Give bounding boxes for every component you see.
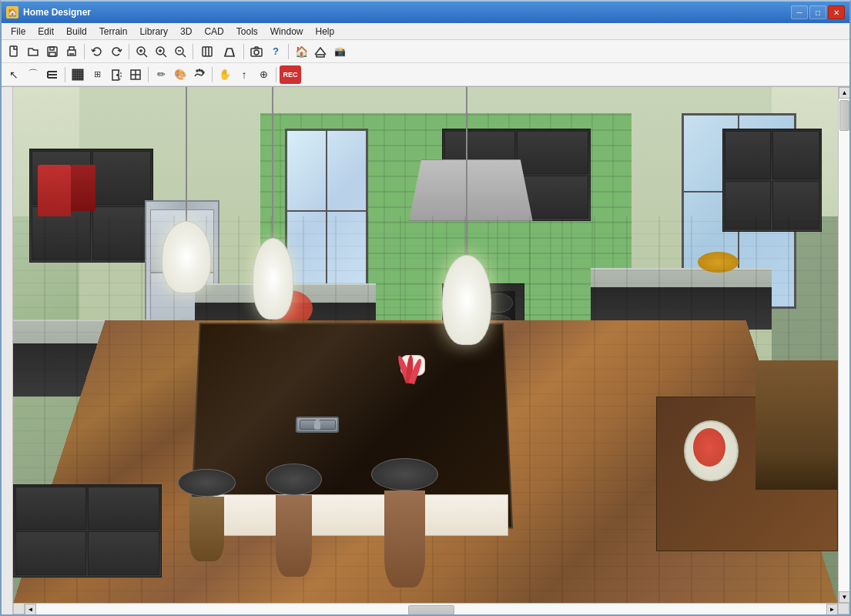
toolbar-sep-4 bbox=[243, 44, 244, 59]
record-button[interactable]: REC bbox=[280, 65, 301, 84]
svg-rect-16 bbox=[203, 47, 212, 56]
toolbar-row-1: ? 🏠 📸 bbox=[2, 40, 849, 63]
print-button[interactable] bbox=[62, 42, 81, 61]
svg-line-14 bbox=[183, 54, 186, 57]
left-lower-cabinet bbox=[13, 484, 162, 578]
scroll-down-arrow[interactable]: ▼ bbox=[839, 591, 849, 603]
new-button[interactable] bbox=[5, 42, 23, 61]
paint-tool[interactable]: 🎨 bbox=[171, 65, 189, 84]
scroll-thumb-h[interactable] bbox=[408, 605, 454, 614]
perspective-button[interactable] bbox=[219, 42, 240, 61]
menu-help[interactable]: Help bbox=[309, 25, 340, 38]
menu-build[interactable]: Build bbox=[60, 25, 93, 38]
bar-stool-3 bbox=[368, 458, 442, 588]
menu-cad[interactable]: CAD bbox=[198, 25, 230, 38]
vertical-ruler bbox=[2, 87, 13, 614]
door-tool[interactable] bbox=[107, 65, 126, 84]
camera-button[interactable] bbox=[247, 42, 266, 61]
wall-tool[interactable] bbox=[43, 65, 62, 84]
svg-line-6 bbox=[144, 54, 147, 57]
svg-rect-3 bbox=[49, 52, 55, 56]
scroll-up-arrow[interactable]: ▲ bbox=[839, 87, 849, 99]
svg-rect-24 bbox=[317, 55, 324, 57]
svg-line-10 bbox=[163, 54, 166, 57]
toolbar-sep-1 bbox=[84, 44, 85, 59]
bar-stool-1 bbox=[178, 469, 236, 562]
pendant-light-1 bbox=[162, 87, 211, 293]
svg-rect-4 bbox=[68, 50, 75, 55]
svg-rect-29 bbox=[72, 69, 83, 80]
svg-line-21 bbox=[232, 49, 234, 56]
scroll-thumb-v[interactable] bbox=[839, 100, 849, 131]
save-button[interactable] bbox=[43, 42, 62, 61]
svg-line-20 bbox=[225, 49, 227, 56]
svg-point-38 bbox=[196, 70, 198, 72]
room-tool[interactable]: ⊞ bbox=[88, 65, 106, 84]
toolbar-sep-2 bbox=[129, 44, 129, 59]
faucet bbox=[314, 420, 320, 429]
toolbar-sep-3 bbox=[193, 44, 193, 59]
bottom-bar: ◄ ► bbox=[13, 603, 849, 614]
canvas-area[interactable] bbox=[13, 87, 838, 603]
pendant-light-2 bbox=[253, 87, 294, 320]
menu-window[interactable]: Window bbox=[264, 25, 310, 38]
menu-tools[interactable]: Tools bbox=[230, 25, 264, 38]
undo-button[interactable] bbox=[88, 42, 106, 61]
spray-tool[interactable] bbox=[190, 65, 209, 84]
scroll-track-v[interactable] bbox=[839, 99, 849, 591]
fruit-1 bbox=[693, 428, 725, 467]
arrow-up-tool[interactable]: ↑ bbox=[235, 65, 253, 84]
open-button[interactable] bbox=[24, 42, 42, 61]
hand-tool[interactable]: ✋ bbox=[216, 65, 234, 84]
zoom-extend-button[interactable] bbox=[132, 42, 151, 61]
scroll-track-h[interactable] bbox=[36, 604, 826, 614]
maximize-button[interactable]: □ bbox=[809, 5, 826, 19]
select-tool[interactable]: ↖ bbox=[5, 65, 23, 84]
roof-button[interactable] bbox=[311, 42, 330, 61]
pendant-light-3 bbox=[442, 87, 491, 345]
svg-rect-2 bbox=[50, 47, 54, 50]
island-front bbox=[203, 494, 508, 536]
toolbar2-sep-1 bbox=[65, 67, 65, 82]
main-area: ▲ ▼ ◄ ► bbox=[2, 87, 849, 614]
menu-edit[interactable]: Edit bbox=[32, 25, 60, 38]
title-bar: 🏠 Home Designer ─ □ ✕ bbox=[2, 2, 849, 23]
fill-tool[interactable] bbox=[69, 65, 87, 84]
scroll-right-arrow[interactable]: ► bbox=[826, 604, 838, 615]
arc-tool[interactable]: ⌒ bbox=[24, 65, 42, 84]
menu-library[interactable]: Library bbox=[133, 25, 174, 38]
title-bar-left: 🏠 Home Designer bbox=[6, 6, 91, 18]
close-button[interactable]: ✕ bbox=[828, 5, 845, 19]
minimize-button[interactable]: ─ bbox=[791, 5, 808, 19]
zoom-in-button[interactable] bbox=[152, 42, 170, 61]
toolbar2-sep-4 bbox=[276, 67, 276, 82]
svg-point-41 bbox=[203, 72, 204, 73]
app-icon: 🏠 bbox=[6, 6, 18, 18]
toolbar-sep-5 bbox=[288, 44, 289, 59]
toolbar-container: ? 🏠 📸 ↖ ⌒ ⊞ bbox=[2, 40, 849, 87]
menu-terrain[interactable]: Terrain bbox=[93, 25, 134, 38]
camera2-button[interactable]: 📸 bbox=[330, 42, 349, 61]
toolbar-row-2: ↖ ⌒ ⊞ ✏ 🎨 ✋ ↑ ⊕ bbox=[2, 63, 849, 86]
cabinet-decor-2 bbox=[71, 165, 95, 211]
vertical-scrollbar: ▲ ▼ bbox=[838, 87, 849, 603]
ruler-corner bbox=[13, 603, 25, 614]
cabinet-decor bbox=[38, 165, 71, 216]
pencil-tool[interactable]: ✏ bbox=[152, 65, 170, 84]
scroll-left-arrow[interactable]: ◄ bbox=[25, 604, 36, 615]
main-window: 🏠 Home Designer ─ □ ✕ File Edit Build Te… bbox=[0, 0, 851, 616]
zoom-out-button[interactable] bbox=[171, 42, 189, 61]
svg-point-39 bbox=[199, 69, 200, 71]
toolbar2-sep-2 bbox=[148, 67, 149, 82]
bar-stool-2 bbox=[260, 464, 327, 577]
flowers-vase bbox=[393, 355, 434, 407]
window-tool[interactable] bbox=[126, 65, 145, 84]
redo-button[interactable] bbox=[107, 42, 126, 61]
menu-3d[interactable]: 3D bbox=[174, 25, 198, 38]
svg-point-23 bbox=[254, 50, 259, 55]
menu-file[interactable]: File bbox=[5, 25, 32, 38]
help-button[interactable]: ? bbox=[266, 42, 285, 61]
house-button[interactable]: 🏠 bbox=[292, 42, 310, 61]
transform-tool[interactable]: ⊕ bbox=[254, 65, 273, 84]
fit-view-button[interactable] bbox=[196, 42, 218, 61]
